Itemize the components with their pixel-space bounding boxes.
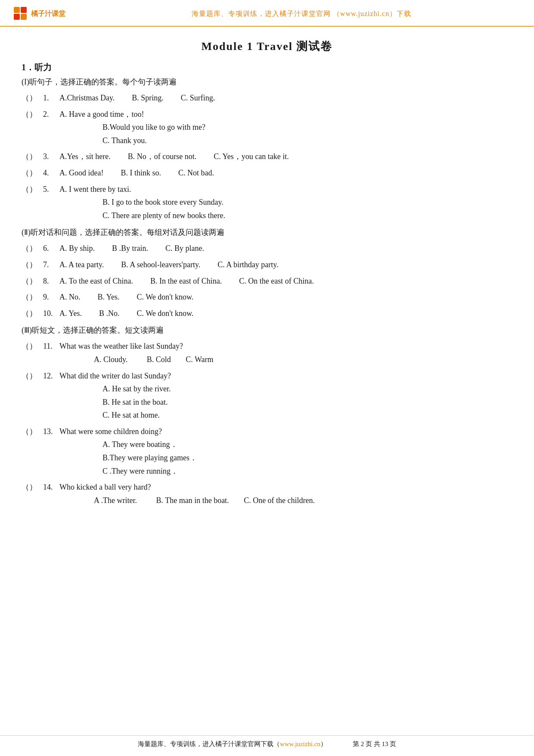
options-block: A. Cloudy. B. Cold C. Warm — [59, 353, 512, 366]
option-b: B. In the east of China. — [150, 275, 222, 288]
paren-right: ） — [29, 340, 43, 353]
main-content: 1．听力 (I)听句子，选择正确的答案。每个句子读两遍 （ ） 1. A.Chr… — [0, 62, 534, 536]
paren-left: （ — [22, 369, 29, 383]
option-c: C .They were running． — [102, 465, 512, 478]
option-b: B. The man in the boat. — [156, 496, 229, 505]
question-row: （ ） 3. A.Yes，sit here. B. No，of course n… — [22, 150, 512, 163]
paren-left: （ — [22, 108, 29, 121]
q-content: A. No. B. Yes. C. We don't know. — [59, 291, 512, 304]
svg-rect-0 — [14, 7, 20, 13]
option-b: B. He sat in the boat. — [102, 396, 512, 409]
page-title: Module 1 Travel 测试卷 — [202, 40, 333, 53]
option-b: B. A sehool-leavers'party. — [121, 258, 200, 272]
question-row: （ ） 10. A. Yes. B .No. C. We don't know. — [22, 307, 512, 320]
option-c: C. There are plenty of new books there. — [102, 209, 512, 222]
option-c: C. He sat at home. — [102, 409, 512, 422]
q-stem: Who kicked a ball very hard? — [59, 483, 151, 491]
paren-left: （ — [22, 275, 29, 288]
options-block: A. They were boating． B.They were playin… — [59, 438, 512, 478]
q-content: What were some children doing? A. They w… — [59, 425, 512, 478]
option-a: A. By ship. — [59, 242, 95, 255]
option-b: B. I think so. — [121, 166, 161, 180]
paren-right: ） — [29, 150, 43, 163]
paren-right: ） — [29, 166, 43, 180]
q-content: What did the writer do last Sunday? A. H… — [59, 369, 512, 422]
q-content: A.Christmas Day. B. Spring. C. Surfing. — [59, 91, 512, 105]
options-inline: A.Christmas Day. B. Spring. C. Surfing. — [59, 91, 512, 105]
options-inline: A. A tea party. B. A sehool-leavers'part… — [59, 258, 512, 272]
question-row: （ ） 13. What were some children doing? A… — [22, 425, 512, 478]
options-block: B. I go to the book store every Sunday. … — [59, 196, 512, 222]
question-row: （ ） 5. A. I went there by taxi. B. I go … — [22, 183, 512, 222]
q-content: A.Yes，sit here. B. No，of course not. C. … — [59, 150, 512, 163]
q-content: A. A tea party. B. A sehool-leavers'part… — [59, 258, 512, 272]
paren-left: （ — [22, 425, 29, 438]
options-inline: A. To the east of China. B. In the east … — [59, 275, 512, 288]
q-stem: What was the weather like last Sunday? — [59, 342, 183, 350]
paren-left: （ — [22, 258, 29, 272]
option-c: C. We don't know. — [137, 307, 194, 320]
q-number: 2. — [43, 108, 59, 121]
footer-page-info: 第 2 页 共 13 页 — [353, 740, 396, 748]
option-b: B. I go to the book store every Sunday. — [102, 196, 512, 209]
question-row: （ ） 7. A. A tea party. B. A sehool-leave… — [22, 258, 512, 272]
q-stem: What were some children doing? — [59, 427, 162, 436]
q-content: A. To the east of China. B. In the east … — [59, 275, 512, 288]
paren-right: ） — [29, 307, 43, 320]
header: 橘子汁课堂 海量题库、专项训练，进入橘子汁课堂官网 （www.juzizhi.c… — [0, 0, 534, 27]
option-a: A. Yes. — [59, 307, 82, 320]
options-block: A .The writer. B. The man in the boat. C… — [59, 494, 512, 507]
option-c: C. Not bad. — [178, 166, 214, 180]
paren-right: ） — [29, 242, 43, 255]
q-number: 3. — [43, 150, 59, 163]
option-a: A.Christmas Day. — [59, 91, 115, 105]
option-b: B .No. — [99, 307, 120, 320]
part2-instruction: (Ⅱ)听对话和问题，选择正确的答案。每组对话及问题读两遍 — [22, 227, 512, 237]
q-content: A. I went there by taxi. B. I go to the … — [59, 183, 512, 222]
question-row: （ ） 6. A. By ship. B .By train. C. By pl… — [22, 242, 512, 255]
q-number: 14. — [43, 481, 59, 494]
paren-left: （ — [22, 150, 29, 163]
svg-rect-2 — [14, 14, 20, 20]
paren-left: （ — [22, 183, 29, 196]
options-inline: A. Good idea! B. I think so. C. Not bad. — [59, 166, 512, 180]
question-row: （ ） 2. A. Have a good time，too! B.Would … — [22, 108, 512, 147]
option-c: C. One of the children. — [244, 496, 315, 505]
option-a: A. Good idea! — [59, 166, 103, 180]
option-b: B.They were playing games． — [102, 451, 512, 465]
question-row: （ ） 12. What did the writer do last Sund… — [22, 369, 512, 422]
q-content: What was the weather like last Sunday? A… — [59, 340, 512, 366]
footer-link: www.juzizhi.cn — [280, 740, 320, 747]
paren-left: （ — [22, 307, 29, 320]
option-a: A. They were boating． — [102, 438, 512, 451]
question-row: （ ） 11. What was the weather like last S… — [22, 340, 512, 366]
footer-text: 海量题库、专项训练，进入橘子汁课堂官网下载（www.juzizhi.cn） 第 … — [0, 740, 534, 748]
logo-text: 橘子汁课堂 — [31, 9, 65, 19]
logo-area: 橘子汁课堂 — [13, 6, 82, 22]
question-row: （ ） 8. A. To the east of China. B. In th… — [22, 275, 512, 288]
option-a: A.Yes，sit here. — [59, 150, 111, 163]
option-a: A .The writer. — [94, 496, 137, 505]
paren-right: ） — [29, 291, 43, 304]
options-block: B.Would you like to go with me? C. Thank… — [59, 121, 512, 147]
option-b: B. Cold — [147, 355, 171, 364]
paren-left: （ — [22, 481, 29, 494]
q-number: 4. — [43, 166, 59, 180]
q-number: 8. — [43, 275, 59, 288]
option-c: C. Warm — [186, 355, 213, 364]
q-number: 6. — [43, 242, 59, 255]
option-b: B. Spring. — [132, 91, 164, 105]
q-number: 1. — [43, 91, 59, 105]
paren-right: ） — [29, 481, 43, 494]
footer: 海量题库、专项训练，进入橘子汁课堂官网下载（www.juzizhi.cn） 第 … — [0, 735, 534, 748]
page-wrapper: 橘子汁课堂 海量题库、专项训练，进入橘子汁课堂官网 （www.juzizhi.c… — [0, 0, 534, 756]
q-content: A. Good idea! B. I think so. C. Not bad. — [59, 166, 512, 180]
q-stem: A. I went there by taxi. — [59, 185, 131, 194]
option-b: B. No，of course not. — [128, 150, 196, 163]
svg-rect-3 — [21, 14, 27, 20]
options-inline: A.Yes，sit here. B. No，of course not. C. … — [59, 150, 512, 163]
q-content: A. By ship. B .By train. C. By plane. — [59, 242, 512, 255]
paren-right: ） — [29, 108, 43, 121]
section1-title: 1．听力 — [22, 62, 512, 73]
option-c: C. We don't know. — [137, 291, 194, 304]
